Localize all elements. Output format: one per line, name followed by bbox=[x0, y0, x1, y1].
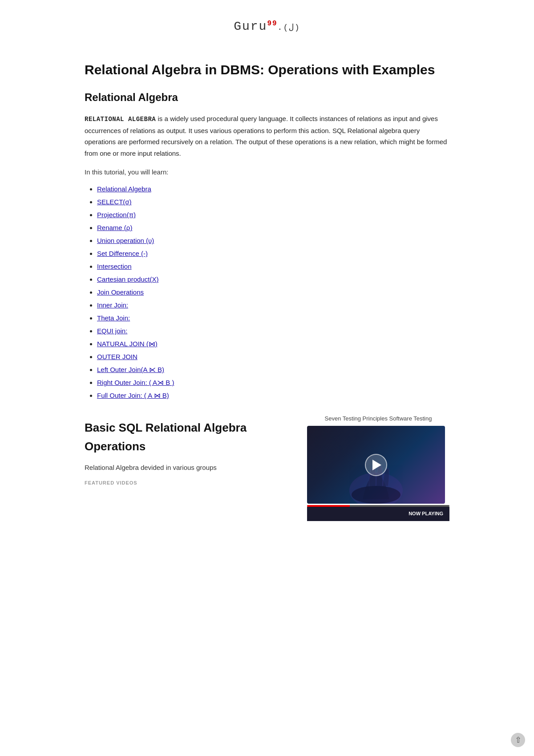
toc-link-2[interactable]: Projection(π) bbox=[97, 211, 136, 218]
toc-link-5[interactable]: Set Difference (-) bbox=[97, 250, 148, 257]
toc-item-7: Cartesian product(X) bbox=[97, 274, 449, 285]
basic-sql-heading-suffix: tions bbox=[118, 440, 146, 453]
svg-point-1 bbox=[352, 486, 400, 504]
toc-link-9[interactable]: Inner Join: bbox=[97, 301, 128, 309]
basic-sql-body: Relational Algebra devided in various gr… bbox=[85, 462, 298, 473]
toc-link-3[interactable]: Rename (ρ) bbox=[97, 224, 132, 231]
toc-link-13[interactable]: OUTER JOIN bbox=[97, 353, 138, 360]
toc-item-8: Join Operations bbox=[97, 287, 449, 298]
toc-item-9: Inner Join: bbox=[97, 300, 449, 311]
toc-link-1[interactable]: SELECT(σ) bbox=[97, 198, 132, 206]
video-block: Seven Testing Principles Software Testin… bbox=[307, 414, 449, 521]
section-heading-relational-algebra: Relational Algebra bbox=[85, 89, 449, 106]
video-thumbnail[interactable] bbox=[307, 426, 445, 504]
tutorial-intro: In this tutorial, you will learn: bbox=[85, 167, 449, 178]
section-text-block: Basic SQL Relational Algebra Operations … bbox=[85, 414, 298, 487]
toc-link-8[interactable]: Join Operations bbox=[97, 288, 144, 296]
featured-label: FEATURED VIDEOS bbox=[85, 479, 298, 487]
toc-item-13: OUTER JOIN bbox=[97, 352, 449, 362]
toc-link-16[interactable]: Full Outer Join: ( A ⋈ B) bbox=[97, 392, 169, 399]
toc-item-5: Set Difference (-) bbox=[97, 248, 449, 259]
toc-link-0[interactable]: Relational Algebra bbox=[97, 185, 151, 193]
toc-item-3: Rename (ρ) bbox=[97, 222, 449, 233]
logo-text: Guru bbox=[234, 20, 267, 33]
toc-item-4: Union operation (υ) bbox=[97, 235, 449, 246]
toc-item-1: SELECT(σ) bbox=[97, 197, 449, 207]
toc-item-14: Left Outer Join(A ⋉ B) bbox=[97, 364, 449, 375]
toc-item-6: Intersection bbox=[97, 261, 449, 272]
toc-item-0: Relational Algebra bbox=[97, 184, 449, 194]
toc-link-12[interactable]: NATURAL JOIN (⋈) bbox=[97, 340, 158, 348]
toc-item-12: NATURAL JOIN (⋈) bbox=[97, 339, 449, 349]
logo-sup: 99 bbox=[267, 20, 277, 28]
toc-item-15: Right Outer Join: ( A⋊ B ) bbox=[97, 377, 449, 388]
play-button[interactable] bbox=[365, 454, 387, 476]
toc-item-2: Projection(π) bbox=[97, 210, 449, 220]
toc-link-7[interactable]: Cartesian product(X) bbox=[97, 275, 158, 283]
toc-link-15[interactable]: Right Outer Join: ( A⋊ B ) bbox=[97, 379, 174, 386]
logo-suffix: .(ل) bbox=[278, 23, 300, 32]
toc-item-10: Theta Join: bbox=[97, 313, 449, 323]
toc-list: Relational Algebra SELECT(σ) Projection(… bbox=[85, 184, 449, 401]
basic-sql-heading-text: Basic SQL Relational Algebra Opera bbox=[85, 421, 247, 453]
basic-sql-heading: Basic SQL Relational Algebra Operations bbox=[85, 419, 298, 456]
toc-link-14[interactable]: Left Outer Join(A ⋉ B) bbox=[97, 366, 164, 373]
toc-link-11[interactable]: EQUI join: bbox=[97, 327, 127, 335]
intro-paragraph: RELATIONAL ALGEBRA is a widely used proc… bbox=[85, 113, 449, 159]
basic-sql-section: Basic SQL Relational Algebra Operations … bbox=[85, 414, 449, 521]
toc-link-4[interactable]: Union operation (υ) bbox=[97, 237, 154, 244]
now-playing-badge: NOW PLAYING bbox=[307, 507, 449, 521]
intro-bold: RELATIONAL ALGEBRA bbox=[85, 116, 156, 123]
page-title: Relational Algebra in DBMS: Operations w… bbox=[85, 61, 449, 78]
site-header: Guru99.(ل) bbox=[85, 9, 449, 48]
video-caption: Seven Testing Principles Software Testin… bbox=[307, 414, 449, 424]
logo: Guru99.(ل) bbox=[234, 20, 300, 33]
toc-link-10[interactable]: Theta Join: bbox=[97, 314, 130, 322]
toc-item-11: EQUI join: bbox=[97, 326, 449, 336]
toc-link-6[interactable]: Intersection bbox=[97, 263, 132, 270]
toc-item-16: Full Outer Join: ( A ⋈ B) bbox=[97, 390, 449, 401]
